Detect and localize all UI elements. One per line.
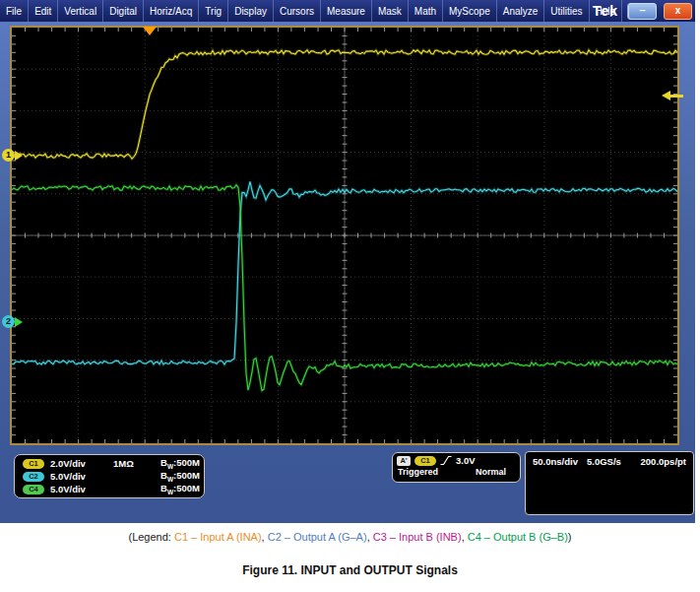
channel-readout-box[interactable]: C12.0V/div1MΩBW:500MC25.0V/divBW:500MC45… <box>14 454 205 498</box>
sample-resolution: 200.0ps/pt <box>641 456 686 467</box>
channel-readout-row: C25.0V/divBW:500M <box>15 470 204 483</box>
menu-item-cursors[interactable]: Cursors <box>274 0 321 22</box>
trigger-readout-row2: Triggered Normal <box>393 466 520 477</box>
legend-part: (Legend: <box>128 531 173 543</box>
menu-item-myscope[interactable]: MyScope <box>443 0 497 22</box>
channel-badge-c1[interactable]: C1 <box>23 459 44 469</box>
trigger-level-value: 3.0V <box>456 455 476 466</box>
channel-bandwidth: BW:500M <box>160 457 204 470</box>
trigger-readout-box[interactable]: A' C1 3.0V Triggered Normal <box>392 452 521 483</box>
waveform-display <box>10 26 679 445</box>
menu-bar: FileEditVerticalDigitalHoriz/AcqTrigDisp… <box>0 0 695 22</box>
channel-scale: 5.0V/div <box>50 484 113 494</box>
menu-item-digital[interactable]: Digital <box>103 0 144 22</box>
menu-item-utilities[interactable]: Utilities <box>544 0 589 22</box>
figure-caption: Figure 11. INPUT and OUTPUT Signals <box>0 563 700 577</box>
menu-item-trig[interactable]: Trig <box>199 0 228 22</box>
channel-bandwidth: BW:500M <box>160 470 204 483</box>
trigger-level-arrow-icon[interactable] <box>662 91 670 100</box>
channel-readout-row: C45.0V/divBW:500M <box>15 483 204 495</box>
channel-badge-c2[interactable]: C2 <box>23 472 44 482</box>
menu-item-vertical[interactable]: Vertical <box>58 0 103 22</box>
channel2-reference-marker[interactable]: 2 <box>2 315 15 328</box>
trigger-mode: Normal <box>476 467 506 477</box>
channel-readout-row: C12.0V/div1MΩBW:500M <box>15 457 204 470</box>
timebase-readout-box[interactable]: 50.0ns/div 5.0GS/s 200.0ps/pt <box>525 451 694 515</box>
menu-item-file[interactable]: File <box>0 0 29 22</box>
channel4-marker-arrow-icon <box>15 317 23 327</box>
legend-part: C3 – Input B (INB) <box>373 531 462 543</box>
channel-badge-c4[interactable]: C4 <box>23 485 44 494</box>
menu-item-analyze[interactable]: Analyze <box>497 0 545 22</box>
oscilloscope-window: FileEditVerticalDigitalHoriz/AcqTrigDisp… <box>0 0 695 523</box>
legend-part: ) <box>568 531 572 543</box>
channel1-marker-arrow-icon <box>15 151 23 161</box>
trigger-source-badge: A' <box>397 456 411 466</box>
sample-rate: 5.0GS/s <box>587 456 621 467</box>
menu-item-measure[interactable]: Measure <box>321 0 372 22</box>
timebase-readout-row: 50.0ns/div 5.0GS/s 200.0ps/pt <box>526 452 693 467</box>
channel1-reference-marker[interactable]: 1 <box>2 149 15 162</box>
graticule-and-traces <box>12 28 677 443</box>
tek-logo: Tek <box>593 3 618 19</box>
channel-legend: (Legend: C1 – Input A (INA), C2 – Output… <box>0 531 700 543</box>
menu-item-mask[interactable]: Mask <box>372 0 409 22</box>
menu-item-edit[interactable]: Edit <box>29 0 58 22</box>
trigger-channel-badge: C1 <box>414 456 436 466</box>
trigger-readout-row1: A' C1 3.0V <box>393 453 520 466</box>
trigger-state: Triggered <box>398 467 438 477</box>
minimize-button[interactable]: – <box>628 3 657 20</box>
trigger-position-marker-icon[interactable] <box>143 27 157 35</box>
channel-bandwidth: BW:500M <box>160 483 204 495</box>
menu-item-horiz-acq[interactable]: Horiz/Acq <box>144 0 199 22</box>
legend-part: C1 – Input A (INA) <box>174 531 262 543</box>
trigger-level-arrow-tail <box>670 95 683 98</box>
legend-part: C4 – Output B (G–B) <box>468 531 568 543</box>
channel-impedance: 1MΩ <box>113 458 160 469</box>
legend-part: C2 – Output A (G–A) <box>268 531 367 543</box>
menu-item-display[interactable]: Display <box>228 0 274 22</box>
timebase-left-group: 50.0ns/div 5.0GS/s <box>533 456 621 467</box>
close-button[interactable]: x <box>664 3 692 20</box>
channel-scale: 2.0V/div <box>50 458 113 469</box>
rising-edge-icon <box>440 455 452 466</box>
channel-scale: 5.0V/div <box>50 471 113 482</box>
timebase-scale: 50.0ns/div <box>533 456 578 467</box>
menu-item-math[interactable]: Math <box>409 0 443 22</box>
